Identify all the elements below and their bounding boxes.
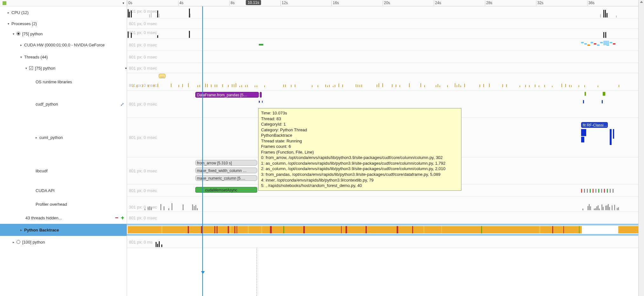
track-cpu[interactable]: 801 px; 0 msec: [127, 6, 644, 18]
track-profiler-overhead[interactable]: 301 px; 0 msec: [127, 196, 644, 212]
event-make-numeric[interactable]: make_numeric_column [5.…: [195, 175, 257, 181]
tooltip-frame: 2: as_column, /opt/conda/envs/rapids/lib…: [261, 166, 459, 172]
track-proc75[interactable]: 801 px; 0 msec: [127, 29, 644, 39]
plus-icon[interactable]: +: [121, 215, 124, 221]
ruler-tick: 4s: [178, 1, 184, 6]
ruler-tick: 12s: [280, 1, 288, 6]
tooltip-line: Thread: 83: [261, 116, 459, 122]
tree-python-backtrace[interactable]: ▸ Python Backtrace: [0, 224, 127, 236]
track-placeholder: 801 px; 0 msec: [129, 54, 157, 59]
track-proc100[interactable]: 801 px; 0 ms: [127, 236, 644, 248]
tree-label: 43 threads hidden...: [25, 216, 127, 220]
caret-right-icon: ▸: [20, 43, 24, 47]
tooltip-line: CategoryId: 1: [261, 121, 459, 127]
caret-down-icon: ▾: [8, 22, 11, 25]
caret-right-icon: ▸: [13, 240, 17, 244]
radio-selected-icon[interactable]: [17, 32, 20, 36]
event-collapsed-icon[interactable]: …: [159, 74, 165, 78]
caret-down-icon: ▾: [20, 55, 24, 59]
selection-highlight: [127, 224, 644, 225]
checkbox-checked-icon[interactable]: ✓: [29, 66, 33, 70]
track-os-runtime[interactable]: 801 px; 0 msec …: [127, 73, 644, 91]
ruler-tick: 28s: [485, 1, 492, 6]
event-marker: [581, 137, 584, 142]
tree-profiler-overhead[interactable]: Profiler overhead: [0, 196, 127, 212]
event-marker: [602, 100, 603, 103]
track-processes[interactable]: 801 px; 0 msec: [127, 18, 644, 29]
tree-proc100[interactable]: ▸ [100] python: [0, 236, 127, 248]
chevron-down-icon[interactable]: ▾: [125, 66, 127, 70]
tree-cuda-api[interactable]: CUDA API: [0, 184, 127, 196]
tree-cuml-python[interactable]: ▸ cuml_python: [0, 118, 127, 157]
track-python-backtrace[interactable]: [127, 224, 644, 236]
caret-right-icon: ▸: [20, 228, 24, 232]
sidebar-header[interactable]: ▾: [0, 0, 127, 6]
event-marker: [583, 100, 584, 103]
tree-label: Processes (2): [11, 21, 127, 26]
tree-proc75[interactable]: ▾ [75] python: [0, 29, 127, 39]
track-threads[interactable]: 801 px; 0 msec: [127, 51, 644, 63]
tree-os-runtime[interactable]: OS runtime libraries: [0, 73, 127, 91]
chevron-down-icon[interactable]: ▾: [123, 1, 124, 5]
tree-threads[interactable]: ▾ Threads (44): [0, 51, 127, 63]
track-placeholder: 801 px; 0 msec: [129, 169, 157, 173]
timeline-area[interactable]: 0s4s8s12s16s20s24s28s32s36s 10.11s 801 p…: [127, 0, 644, 296]
tooltip-line: Thread state: Running: [261, 138, 459, 144]
tree-label: CUDA HW (0000:01:00.0 - NVIDIA GeForce: [24, 43, 127, 47]
tree-label: cuml_python: [39, 135, 127, 140]
tooltip-line: Frames (Function, File, Line): [261, 149, 459, 155]
tooltip-line: Time: 10.073s: [261, 110, 459, 116]
ruler-tick: 0s: [127, 1, 132, 6]
radio-unselected-icon[interactable]: [17, 240, 20, 244]
tree-label: [75] python: [22, 31, 127, 36]
track-hidden-threads[interactable]: 801 px; 0 msec: [127, 212, 644, 224]
track-thread75[interactable]: 801 px; 0 msec: [127, 63, 644, 73]
tree-label: CUDA API: [36, 188, 127, 193]
tooltip-line: PythonBacktrace: [261, 133, 459, 138]
status-square-icon: [3, 1, 6, 5]
event-make-fixed-width[interactable]: make_fixed_width_column …: [195, 168, 257, 173]
track-placeholder: 801 px; 0 msec: [129, 65, 157, 70]
vertical-scrollbar[interactable]: [638, 0, 644, 296]
event-marker: [262, 101, 263, 103]
tooltip-frame: 1: as_column, /opt/conda/envs/rapids/lib…: [261, 161, 459, 166]
tree-libcudf[interactable]: libcudf: [0, 157, 127, 184]
tree-label: Profiler overhead: [36, 202, 127, 207]
tree-hidden-threads[interactable]: 43 threads hidden... − +: [0, 212, 127, 224]
caret-right-icon: ▸: [36, 136, 39, 139]
caret-right-icon: ▸: [8, 11, 11, 14]
tree-cudf-python[interactable]: cudf_python ⤢: [0, 91, 127, 118]
ruler-tick: 16s: [332, 1, 339, 6]
time-cursor-bubble: 10.11s: [246, 0, 261, 5]
tree-cpu[interactable]: ▸ CPU (12): [0, 6, 127, 18]
event-marker: [260, 92, 262, 98]
scroll-up-icon[interactable]: [640, 1, 643, 3]
tree-label: cudf_python: [36, 102, 127, 107]
minus-icon[interactable]: −: [115, 215, 118, 221]
event-fit-rf[interactable]: fit RF-Classi…: [581, 122, 608, 128]
tree-cuda-hw[interactable]: ▸ CUDA HW (0000:01:00.0 - NVIDIA GeForce: [0, 39, 127, 51]
event-marker: [603, 92, 605, 96]
caret-down-icon: ▾: [25, 66, 29, 70]
expand-icon[interactable]: ⤢: [120, 102, 124, 107]
tree-label: OS runtime libraries: [36, 79, 127, 84]
tree-label: [100] python: [22, 240, 127, 244]
tooltip-frame: 0: from_arrow, /opt/conda/envs/rapids/li…: [261, 155, 459, 161]
tree-processes[interactable]: ▾ Processes (2): [0, 18, 127, 29]
event-from-arrow[interactable]: from_arrow [5.310 s]: [195, 160, 257, 166]
tree-thread75[interactable]: ▾ ✓ [75] python ▾: [0, 63, 127, 73]
sidebar-tree: ▾ ▸ CPU (12) ▾ Processes (2) ▾ [75] pyth…: [0, 0, 127, 296]
tree-label: Threads (44): [24, 55, 127, 59]
tooltip-line: Frames count: 6: [261, 144, 459, 149]
tree-label: [75] python: [35, 66, 123, 71]
ruler-tick: 8s: [229, 1, 235, 6]
event-dataframe-from-pandas[interactable]: DataFrame.from_pandas [5…: [195, 92, 259, 98]
track-placeholder: 801 px; 0 msec: [129, 21, 157, 26]
timeline-ruler[interactable]: 0s4s8s12s16s20s24s28s32s36s: [127, 0, 644, 6]
event-cuda-memset[interactable]: cudaMemsetAsync: [195, 187, 257, 193]
tree-label: CPU (12): [11, 10, 127, 15]
track-placeholder: 801 px; 0 msec: [129, 102, 157, 107]
track-placeholder: 801 px; 0 msec: [129, 135, 157, 140]
gpu-event-marker: [259, 44, 263, 45]
track-cuda-hw[interactable]: 801 px; 0 msec: [127, 39, 644, 51]
